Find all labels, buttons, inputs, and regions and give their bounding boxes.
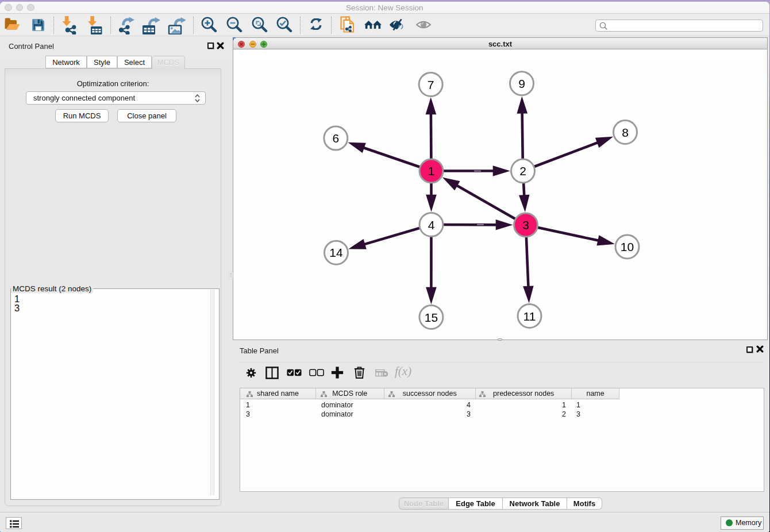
svg-text:10: 10 <box>621 240 634 253</box>
svg-text:11: 11 <box>523 310 536 323</box>
svg-text:15: 15 <box>425 311 438 324</box>
svg-text:6: 6 <box>332 132 339 145</box>
svg-text:4: 4 <box>428 218 435 232</box>
svg-text:14: 14 <box>329 246 343 259</box>
svg-text:2: 2 <box>519 164 526 178</box>
svg-text:3: 3 <box>522 218 529 232</box>
svg-text:9: 9 <box>518 77 525 90</box>
svg-text:1: 1 <box>428 164 435 178</box>
svg-text:8: 8 <box>622 126 629 139</box>
svg-text:7: 7 <box>428 78 434 91</box>
